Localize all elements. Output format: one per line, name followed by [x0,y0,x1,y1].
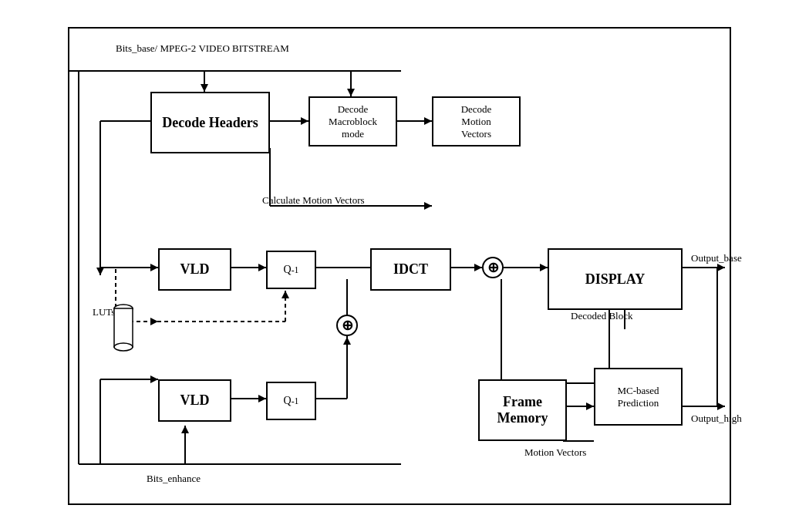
svg-marker-8 [424,117,432,125]
output-base-label: Output_base [691,252,742,264]
mc-prediction-block: MC-basedPrediction [594,368,683,426]
svg-marker-24 [474,264,482,271]
diagram-container: Bits_base/ MPEG-2 VIDEO BITSTREAM Decode… [68,27,731,505]
svg-marker-10 [347,89,355,96]
svg-marker-6 [301,117,308,125]
q-inv-top-block: Q-1 [266,251,316,289]
display-block: DISPLAY [548,248,683,310]
vld-bottom-block: VLD [158,379,231,422]
decode-motion-vectors-block: DecodeMotionVectors [432,96,521,146]
svg-marker-56 [181,426,189,433]
bits-base-label: Bits_base/ MPEG-2 VIDEO BITSTREAM [116,42,289,55]
svg-marker-35 [258,395,266,402]
svg-marker-28 [150,318,158,325]
q-inv-bottom-block: Q-1 [266,382,316,420]
svg-marker-32 [282,291,289,298]
svg-marker-59 [150,375,158,383]
lut-cylinder-svg [112,302,135,352]
motion-vectors-label: Motion Vectors [524,446,586,459]
svg-marker-26 [540,264,548,271]
decoded-block-label: Decoded Block [571,310,633,322]
output-high-label: Output_high [691,412,742,425]
svg-marker-4 [201,84,208,92]
svg-marker-38 [343,337,351,345]
svg-marker-20 [258,264,266,271]
decode-macroblock-block: DecodeMacroblockmode [308,96,397,146]
svg-marker-51 [717,402,725,410]
adder-top: ⊕ [482,257,504,278]
svg-marker-13 [96,268,104,275]
vld-top-block: VLD [158,248,231,291]
calculate-motion-vectors-label: Calculate Motion Vectors [262,194,365,207]
svg-marker-15 [150,264,158,271]
svg-marker-49 [717,264,725,271]
svg-marker-18 [424,202,432,210]
idct-block: IDCT [370,248,451,291]
bits-enhance-label: Bits_enhance [147,473,201,485]
svg-rect-63 [114,308,133,347]
decode-headers-block: Decode Headers [150,92,270,153]
svg-marker-41 [586,402,594,410]
frame-memory-block: FrameMemory [478,379,567,441]
svg-point-64 [114,343,133,351]
adder-bottom: ⊕ [336,315,358,336]
